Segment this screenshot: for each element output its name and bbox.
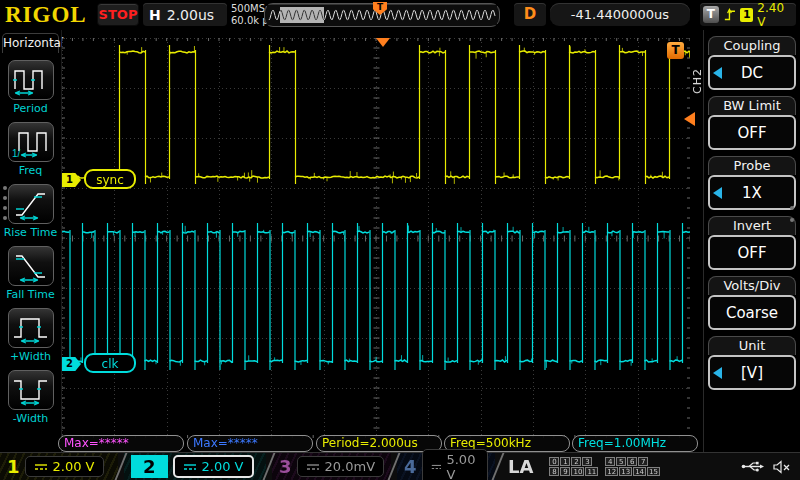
- minus-width-label: -Width: [13, 412, 48, 425]
- probe-label: Probe: [708, 156, 796, 175]
- left-menu-page-dots: [3, 186, 7, 220]
- plus-width-button[interactable]: [8, 308, 54, 348]
- dc-coupling-icon: [34, 462, 48, 472]
- volts-div-value: Coarse: [726, 304, 778, 322]
- chevron-left-icon: [713, 67, 722, 79]
- coupling-label: Coupling: [708, 36, 796, 55]
- trigger-readout[interactable]: T 1 2.40 V: [700, 3, 796, 26]
- delay-value: -41.4400000us: [550, 3, 690, 26]
- la-d0: 0: [549, 457, 559, 466]
- coupling-softkey[interactable]: DC: [708, 55, 796, 90]
- la-d1: 1: [560, 457, 570, 466]
- ch3-number: 3: [279, 456, 292, 477]
- dc-coupling-icon: [431, 462, 442, 472]
- la-d11: 11: [585, 467, 598, 476]
- la-d9: 9: [560, 467, 570, 476]
- fall-time-label: Fall Time: [6, 288, 55, 301]
- menu-item-probe[interactable]: Probe 1X: [708, 156, 796, 210]
- la-d10: 10: [571, 467, 584, 476]
- status-icons: [741, 453, 800, 480]
- menu-item-period[interactable]: Period: [0, 60, 61, 115]
- timebase-readout[interactable]: H 2.00us: [143, 3, 227, 26]
- la-d4: 4: [605, 457, 615, 466]
- run-state-badge: STOP: [97, 3, 139, 26]
- volts-div-label: Volts/Div: [708, 276, 796, 295]
- trigger-level-value: 2.40 V: [757, 1, 793, 29]
- dc-coupling-icon: [183, 462, 197, 472]
- trigger-position-marker[interactable]: [376, 38, 390, 47]
- plus-width-label: +Width: [10, 350, 51, 363]
- channel-4-status[interactable]: 4 5.00 V: [397, 453, 495, 480]
- logic-analyzer-status[interactable]: LA 0 1 2 3 8 9 10 11: [501, 453, 681, 480]
- probe-value: 1X: [742, 184, 762, 202]
- rise-time-icon: [11, 187, 51, 221]
- header-bar: RIGOL STOP H 2.00us 500MSa/s 60.0k pts T…: [0, 0, 800, 30]
- fall-time-icon: [11, 249, 51, 283]
- minus-width-button[interactable]: [8, 370, 54, 410]
- period-icon: [11, 63, 51, 97]
- menu-item-fall-time[interactable]: Fall Time: [0, 246, 61, 301]
- menu-item-volts-div[interactable]: Volts/Div Coarse: [708, 276, 796, 330]
- chevron-left-icon: [713, 367, 722, 379]
- menu-item-coupling[interactable]: Coupling DC: [708, 36, 796, 90]
- la-d6: 6: [627, 457, 637, 466]
- ch1-scale: 2.00 V: [53, 459, 95, 474]
- channel-3-status[interactable]: 3 20.0mV: [272, 453, 391, 480]
- horizontal-measure-menu: Horizontal Period 1/ Freq: [0, 30, 62, 452]
- invert-softkey[interactable]: OFF: [708, 235, 796, 270]
- rising-edge-icon: [723, 7, 737, 22]
- left-menu-title: Horizontal: [2, 33, 59, 53]
- coupling-value: DC: [741, 64, 763, 82]
- unit-softkey[interactable]: [V]: [708, 355, 796, 390]
- ch4-scale-box: 5.00 V: [422, 449, 488, 480]
- ch3-scale: 20.0mV: [325, 459, 376, 474]
- channel-status-bar: 1 2.00 V 2 2.00 V 3: [0, 452, 800, 480]
- invert-label: Invert: [708, 216, 796, 235]
- bw-limit-softkey[interactable]: OFF: [708, 115, 796, 150]
- trigger-corner-badge: T: [667, 42, 684, 59]
- unit-label: Unit: [708, 336, 796, 355]
- probe-softkey[interactable]: 1X: [708, 175, 796, 210]
- ch2-trace-label[interactable]: clk: [84, 353, 136, 373]
- trigger-source-badge: 1: [740, 8, 753, 22]
- minus-width-icon: [11, 373, 51, 407]
- menu-item-minus-width[interactable]: -Width: [0, 370, 61, 425]
- menu-item-plus-width[interactable]: +Width: [0, 308, 61, 363]
- ch1-scale-box: 2.00 V: [25, 456, 104, 477]
- menu-item-rise-time[interactable]: Rise Time: [0, 184, 61, 239]
- period-button[interactable]: [8, 60, 54, 100]
- menu-item-bw-limit[interactable]: BW Limit OFF: [708, 96, 796, 150]
- rise-time-button[interactable]: [8, 184, 54, 224]
- la-d12: 12: [605, 467, 618, 476]
- speaker-muted-icon: [773, 460, 790, 474]
- bw-limit-label: BW Limit: [708, 96, 796, 115]
- channel-1-status[interactable]: 1 2.00 V: [0, 453, 118, 480]
- svg-text:1/: 1/: [12, 148, 21, 159]
- ch4-scale: 5.00 V: [446, 452, 479, 480]
- measurement-max-ch4: Max=*****: [187, 435, 313, 452]
- channel-2-status[interactable]: 2 2.00 V: [124, 453, 266, 480]
- timebase-value: 2.00us: [167, 7, 214, 23]
- la-d14: 14: [633, 467, 646, 476]
- menu-item-invert[interactable]: Invert OFF: [708, 216, 796, 270]
- chevron-left-icon: [713, 187, 722, 199]
- waveform-preview-bar[interactable]: T: [264, 3, 500, 27]
- freq-label: Freq: [19, 164, 43, 177]
- la-channel-grid: 0 1 2 3 8 9 10 11 4 5: [549, 457, 660, 476]
- waveform-display: [62, 38, 690, 438]
- period-label: Period: [13, 102, 47, 115]
- menu-item-freq[interactable]: 1/ Freq: [0, 122, 61, 177]
- ch1-trace-label[interactable]: sync: [84, 169, 136, 189]
- menu-item-unit[interactable]: Unit [V]: [708, 336, 796, 390]
- trigger-level-marker[interactable]: [684, 112, 695, 126]
- la-d3: 3: [582, 457, 592, 466]
- fall-time-button[interactable]: [8, 246, 54, 286]
- timebase-prefix: H: [149, 7, 161, 23]
- freq-button[interactable]: 1/: [8, 122, 54, 162]
- dc-coupling-icon: [306, 462, 320, 472]
- plus-width-icon: [11, 311, 51, 345]
- ch2-scale-box: 2.00 V: [173, 455, 254, 478]
- volts-div-softkey[interactable]: Coarse: [708, 295, 796, 330]
- la-d15: 15: [647, 467, 660, 476]
- la-d2: 2: [571, 457, 581, 466]
